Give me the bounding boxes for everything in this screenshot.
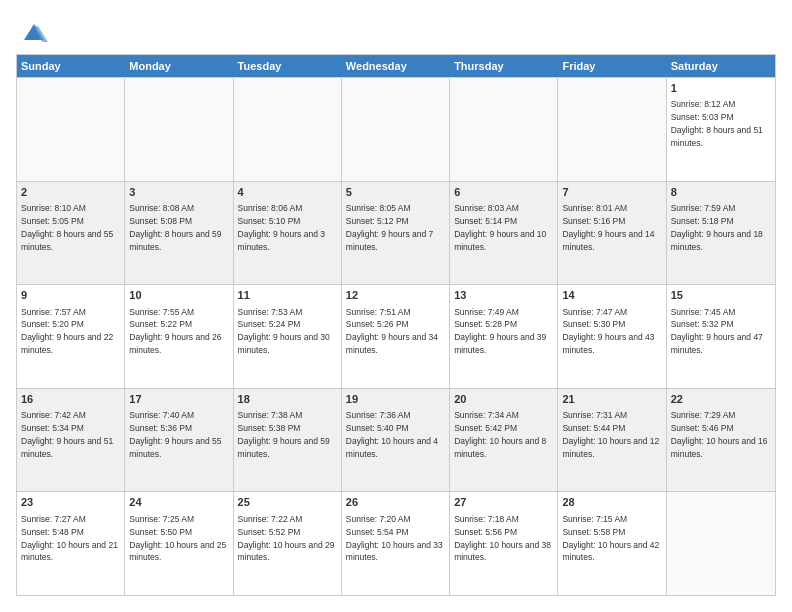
calendar-cell: 13Sunrise: 7:49 AM Sunset: 5:28 PM Dayli… bbox=[450, 285, 558, 388]
cell-info: Sunrise: 7:27 AM Sunset: 5:48 PM Dayligh… bbox=[21, 514, 118, 563]
calendar-cell: 22Sunrise: 7:29 AM Sunset: 5:46 PM Dayli… bbox=[667, 389, 775, 492]
cell-info: Sunrise: 7:36 AM Sunset: 5:40 PM Dayligh… bbox=[346, 410, 438, 459]
calendar-cell: 23Sunrise: 7:27 AM Sunset: 5:48 PM Dayli… bbox=[17, 492, 125, 595]
calendar-cell: 14Sunrise: 7:47 AM Sunset: 5:30 PM Dayli… bbox=[558, 285, 666, 388]
cell-info: Sunrise: 7:59 AM Sunset: 5:18 PM Dayligh… bbox=[671, 203, 763, 252]
cell-info: Sunrise: 7:29 AM Sunset: 5:46 PM Dayligh… bbox=[671, 410, 768, 459]
cell-info: Sunrise: 7:31 AM Sunset: 5:44 PM Dayligh… bbox=[562, 410, 659, 459]
day-number: 26 bbox=[346, 495, 445, 510]
calendar-cell: 26Sunrise: 7:20 AM Sunset: 5:54 PM Dayli… bbox=[342, 492, 450, 595]
day-number: 16 bbox=[21, 392, 120, 407]
calendar-cell: 25Sunrise: 7:22 AM Sunset: 5:52 PM Dayli… bbox=[234, 492, 342, 595]
cell-info: Sunrise: 7:51 AM Sunset: 5:26 PM Dayligh… bbox=[346, 307, 438, 356]
calendar-body: 1Sunrise: 8:12 AM Sunset: 5:03 PM Daylig… bbox=[17, 77, 775, 595]
calendar-cell: 2Sunrise: 8:10 AM Sunset: 5:05 PM Daylig… bbox=[17, 182, 125, 285]
calendar-cell: 24Sunrise: 7:25 AM Sunset: 5:50 PM Dayli… bbox=[125, 492, 233, 595]
day-number: 17 bbox=[129, 392, 228, 407]
cell-info: Sunrise: 7:25 AM Sunset: 5:50 PM Dayligh… bbox=[129, 514, 226, 563]
calendar-cell bbox=[450, 78, 558, 181]
cell-info: Sunrise: 7:55 AM Sunset: 5:22 PM Dayligh… bbox=[129, 307, 221, 356]
calendar-row: 9Sunrise: 7:57 AM Sunset: 5:20 PM Daylig… bbox=[17, 284, 775, 388]
cell-info: Sunrise: 7:53 AM Sunset: 5:24 PM Dayligh… bbox=[238, 307, 330, 356]
day-number: 19 bbox=[346, 392, 445, 407]
cell-info: Sunrise: 7:49 AM Sunset: 5:28 PM Dayligh… bbox=[454, 307, 546, 356]
calendar-cell: 11Sunrise: 7:53 AM Sunset: 5:24 PM Dayli… bbox=[234, 285, 342, 388]
cell-info: Sunrise: 7:42 AM Sunset: 5:34 PM Dayligh… bbox=[21, 410, 113, 459]
day-number: 1 bbox=[671, 81, 771, 96]
calendar-header: SundayMondayTuesdayWednesdayThursdayFrid… bbox=[17, 55, 775, 77]
day-number: 14 bbox=[562, 288, 661, 303]
calendar-cell: 20Sunrise: 7:34 AM Sunset: 5:42 PM Dayli… bbox=[450, 389, 558, 492]
day-number: 6 bbox=[454, 185, 553, 200]
day-number: 24 bbox=[129, 495, 228, 510]
calendar-cell: 16Sunrise: 7:42 AM Sunset: 5:34 PM Dayli… bbox=[17, 389, 125, 492]
cell-info: Sunrise: 7:18 AM Sunset: 5:56 PM Dayligh… bbox=[454, 514, 551, 563]
cell-info: Sunrise: 7:20 AM Sunset: 5:54 PM Dayligh… bbox=[346, 514, 443, 563]
day-number: 15 bbox=[671, 288, 771, 303]
cell-info: Sunrise: 8:05 AM Sunset: 5:12 PM Dayligh… bbox=[346, 203, 433, 252]
day-number: 3 bbox=[129, 185, 228, 200]
calendar-cell bbox=[234, 78, 342, 181]
cell-info: Sunrise: 8:08 AM Sunset: 5:08 PM Dayligh… bbox=[129, 203, 221, 252]
day-number: 9 bbox=[21, 288, 120, 303]
calendar-cell: 10Sunrise: 7:55 AM Sunset: 5:22 PM Dayli… bbox=[125, 285, 233, 388]
calendar-cell: 9Sunrise: 7:57 AM Sunset: 5:20 PM Daylig… bbox=[17, 285, 125, 388]
cell-info: Sunrise: 7:57 AM Sunset: 5:20 PM Dayligh… bbox=[21, 307, 113, 356]
day-number: 18 bbox=[238, 392, 337, 407]
cell-info: Sunrise: 7:38 AM Sunset: 5:38 PM Dayligh… bbox=[238, 410, 330, 459]
calendar-row: 1Sunrise: 8:12 AM Sunset: 5:03 PM Daylig… bbox=[17, 77, 775, 181]
calendar-row: 16Sunrise: 7:42 AM Sunset: 5:34 PM Dayli… bbox=[17, 388, 775, 492]
calendar-cell bbox=[342, 78, 450, 181]
calendar-cell: 6Sunrise: 8:03 AM Sunset: 5:14 PM Daylig… bbox=[450, 182, 558, 285]
calendar-cell: 27Sunrise: 7:18 AM Sunset: 5:56 PM Dayli… bbox=[450, 492, 558, 595]
cell-info: Sunrise: 7:34 AM Sunset: 5:42 PM Dayligh… bbox=[454, 410, 546, 459]
calendar-cell: 17Sunrise: 7:40 AM Sunset: 5:36 PM Dayli… bbox=[125, 389, 233, 492]
calendar-row: 2Sunrise: 8:10 AM Sunset: 5:05 PM Daylig… bbox=[17, 181, 775, 285]
cell-info: Sunrise: 7:22 AM Sunset: 5:52 PM Dayligh… bbox=[238, 514, 335, 563]
calendar-cell: 1Sunrise: 8:12 AM Sunset: 5:03 PM Daylig… bbox=[667, 78, 775, 181]
logo bbox=[16, 16, 48, 44]
calendar-cell: 5Sunrise: 8:05 AM Sunset: 5:12 PM Daylig… bbox=[342, 182, 450, 285]
cell-info: Sunrise: 7:45 AM Sunset: 5:32 PM Dayligh… bbox=[671, 307, 763, 356]
calendar-cell: 8Sunrise: 7:59 AM Sunset: 5:18 PM Daylig… bbox=[667, 182, 775, 285]
day-number: 11 bbox=[238, 288, 337, 303]
weekday-header: Saturday bbox=[667, 55, 775, 77]
cell-info: Sunrise: 8:12 AM Sunset: 5:03 PM Dayligh… bbox=[671, 99, 763, 148]
day-number: 4 bbox=[238, 185, 337, 200]
calendar-cell bbox=[125, 78, 233, 181]
day-number: 12 bbox=[346, 288, 445, 303]
calendar: SundayMondayTuesdayWednesdayThursdayFrid… bbox=[16, 54, 776, 596]
calendar-cell bbox=[558, 78, 666, 181]
day-number: 5 bbox=[346, 185, 445, 200]
calendar-cell: 4Sunrise: 8:06 AM Sunset: 5:10 PM Daylig… bbox=[234, 182, 342, 285]
cell-info: Sunrise: 7:15 AM Sunset: 5:58 PM Dayligh… bbox=[562, 514, 659, 563]
calendar-cell: 15Sunrise: 7:45 AM Sunset: 5:32 PM Dayli… bbox=[667, 285, 775, 388]
calendar-cell: 19Sunrise: 7:36 AM Sunset: 5:40 PM Dayli… bbox=[342, 389, 450, 492]
calendar-cell: 12Sunrise: 7:51 AM Sunset: 5:26 PM Dayli… bbox=[342, 285, 450, 388]
day-number: 13 bbox=[454, 288, 553, 303]
weekday-header: Monday bbox=[125, 55, 233, 77]
header bbox=[16, 16, 776, 44]
day-number: 21 bbox=[562, 392, 661, 407]
weekday-header: Thursday bbox=[450, 55, 558, 77]
day-number: 7 bbox=[562, 185, 661, 200]
calendar-cell: 7Sunrise: 8:01 AM Sunset: 5:16 PM Daylig… bbox=[558, 182, 666, 285]
weekday-header: Friday bbox=[558, 55, 666, 77]
day-number: 2 bbox=[21, 185, 120, 200]
calendar-cell bbox=[667, 492, 775, 595]
calendar-row: 23Sunrise: 7:27 AM Sunset: 5:48 PM Dayli… bbox=[17, 491, 775, 595]
day-number: 8 bbox=[671, 185, 771, 200]
cell-info: Sunrise: 7:40 AM Sunset: 5:36 PM Dayligh… bbox=[129, 410, 221, 459]
day-number: 25 bbox=[238, 495, 337, 510]
logo-icon bbox=[20, 16, 48, 44]
cell-info: Sunrise: 8:10 AM Sunset: 5:05 PM Dayligh… bbox=[21, 203, 113, 252]
cell-info: Sunrise: 8:01 AM Sunset: 5:16 PM Dayligh… bbox=[562, 203, 654, 252]
day-number: 27 bbox=[454, 495, 553, 510]
calendar-cell: 21Sunrise: 7:31 AM Sunset: 5:44 PM Dayli… bbox=[558, 389, 666, 492]
cell-info: Sunrise: 7:47 AM Sunset: 5:30 PM Dayligh… bbox=[562, 307, 654, 356]
day-number: 10 bbox=[129, 288, 228, 303]
calendar-cell: 28Sunrise: 7:15 AM Sunset: 5:58 PM Dayli… bbox=[558, 492, 666, 595]
weekday-header: Tuesday bbox=[234, 55, 342, 77]
day-number: 28 bbox=[562, 495, 661, 510]
cell-info: Sunrise: 8:06 AM Sunset: 5:10 PM Dayligh… bbox=[238, 203, 325, 252]
